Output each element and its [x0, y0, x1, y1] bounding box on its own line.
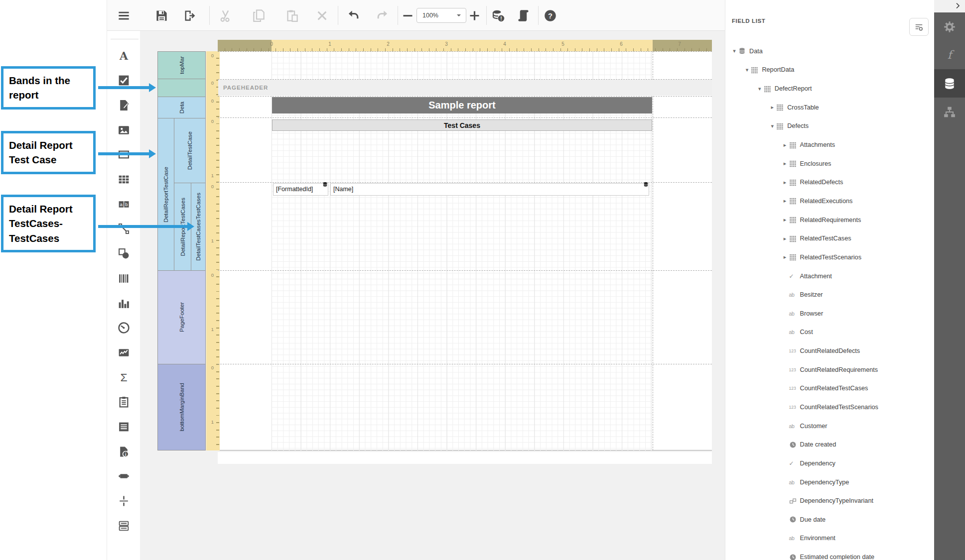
- chevron-right-icon[interactable]: ▸: [781, 142, 789, 148]
- field-list-item-date-created[interactable]: Date created: [725, 435, 935, 454]
- field-list-item-countrelateddefects[interactable]: 123CountRelatedDefects: [725, 341, 935, 360]
- test-cases-header-label[interactable]: Test Cases: [272, 119, 652, 131]
- band-cell-detail[interactable]: Deta: [157, 97, 206, 118]
- toolbox-item-table-of-contents[interactable]: [114, 417, 134, 437]
- toolbox-item-page-break[interactable]: [114, 392, 134, 412]
- field-list-item-attachments[interactable]: ▸Attachments: [725, 135, 935, 154]
- band-cell-page-header[interactable]: [157, 79, 206, 97]
- chevron-down-icon[interactable]: ▾: [768, 123, 776, 129]
- field-list-item-relatedtestscenarios[interactable]: ▸RelatedTestScenarios: [725, 248, 935, 267]
- chevron-down-icon[interactable]: ▾: [730, 48, 738, 54]
- vertical-ruler-number: 1: [207, 419, 214, 425]
- scripts-button[interactable]: [515, 7, 532, 24]
- chevron-right-icon[interactable]: ▸: [768, 104, 776, 111]
- sidebar-tab-report-explorer[interactable]: [934, 98, 965, 126]
- copy-button[interactable]: [250, 7, 267, 24]
- field-list-item-attachment[interactable]: ✓Attachment: [725, 267, 935, 286]
- toolbox-item-shape[interactable]: [114, 244, 134, 264]
- field-cell-formattedid[interactable]: [FormattedId]: [273, 183, 328, 196]
- toolbox-item-chart[interactable]: [114, 293, 134, 313]
- toolbox-item-cross-band-box[interactable]: [114, 466, 134, 486]
- svg-text:f: f: [948, 49, 955, 61]
- band-cell-detail-test-case[interactable]: DetailTestCase: [174, 118, 206, 183]
- validate-bindings-button[interactable]: !: [490, 7, 507, 24]
- zoom-out-button[interactable]: [399, 7, 416, 24]
- delete-button[interactable]: [313, 7, 330, 24]
- chevron-down-icon[interactable]: ▾: [743, 67, 751, 73]
- chevron-down-icon[interactable]: ▾: [756, 86, 764, 92]
- horizontal-ruler-number: 4: [501, 41, 509, 47]
- field-cell-name[interactable]: [Name]: [330, 183, 649, 196]
- field-list-item-enclosures[interactable]: ▸Enclosures: [725, 154, 935, 173]
- sidebar-tab-settings[interactable]: [934, 12, 965, 41]
- band-cell-bottom-margin[interactable]: bottomMarginBand: [157, 364, 206, 450]
- field-list-item-dependencytypeinvariant[interactable]: DependencyTypeInvariant: [725, 491, 935, 510]
- zoom-in-button[interactable]: [466, 7, 483, 24]
- cut-button[interactable]: [217, 7, 234, 24]
- undo-button[interactable]: [344, 7, 361, 24]
- field-list-item-countrelatedtestcases[interactable]: 123CountRelatedTestCases: [725, 379, 935, 398]
- export-button[interactable]: [181, 7, 198, 24]
- toolbox-item-rich-text[interactable]: [114, 95, 134, 115]
- menu-button[interactable]: [115, 7, 132, 24]
- toolbox-item-character-comb[interactable]: ab: [114, 194, 134, 214]
- field-list-item-relatedexecutions[interactable]: ▸RelatedExecutions: [725, 192, 935, 211]
- field-list-item-dependency[interactable]: ✓Dependency: [725, 454, 935, 473]
- toolbox-item-cross-band-line[interactable]: [114, 491, 134, 511]
- band-cell-top-margin[interactable]: topMar: [157, 51, 206, 79]
- toolbox-item-table[interactable]: [114, 170, 134, 190]
- field-list-item-customer[interactable]: abCustomer: [725, 417, 935, 436]
- zoom-select[interactable]: 100%: [416, 8, 466, 23]
- report-designer-app: Bands in the report Detail Report Test C…: [0, 0, 965, 560]
- chevron-right-icon[interactable]: ▸: [781, 179, 789, 186]
- field-list-item-browser[interactable]: abBrowser: [725, 304, 935, 323]
- chevron-right-icon[interactable]: ▸: [781, 254, 789, 260]
- chevron-right-icon[interactable]: ▸: [781, 160, 789, 167]
- number-field-icon: 123: [789, 367, 800, 372]
- field-list-item-environment[interactable]: abEnvironment: [725, 529, 935, 548]
- toolbox-item-picture-box[interactable]: [114, 120, 134, 140]
- paste-button[interactable]: [283, 7, 300, 24]
- toolbox-item-summary[interactable]: Σ: [114, 367, 134, 387]
- toolbox-item-label[interactable]: A: [114, 46, 134, 66]
- toolbox-item-line[interactable]: [114, 219, 134, 239]
- rich-text-icon: [118, 99, 130, 112]
- toolbar-separator: [486, 6, 487, 25]
- toolbox-item-barcode[interactable]: [114, 268, 134, 288]
- field-list-item-relateddefects[interactable]: ▸RelatedDefects: [725, 173, 935, 192]
- field-list-item-besitzer[interactable]: abBesitzer: [725, 285, 935, 304]
- band-cell-page-footer[interactable]: PageFooter: [157, 270, 206, 364]
- zoom-value: 100%: [422, 12, 456, 19]
- field-list-item-estimated-completion-date[interactable]: Estimated completion date: [725, 548, 935, 560]
- chevron-right-icon[interactable]: ▸: [781, 217, 789, 223]
- field-list-options-button[interactable]: [909, 18, 929, 36]
- chevron-right-icon[interactable]: ▸: [781, 198, 789, 204]
- field-list-item-crosstable[interactable]: ▸CrossTable: [725, 98, 935, 117]
- field-list-item-dependencytype[interactable]: abDependencyType: [725, 473, 935, 492]
- toolbox-item-sparkline[interactable]: [114, 342, 134, 362]
- band-cell-detail-report-test-case[interactable]: DetailReportTestCase: [157, 118, 174, 271]
- field-list-item-defects[interactable]: ▾Defects: [725, 117, 935, 136]
- toolbox-item-subreport[interactable]: [114, 516, 134, 536]
- redo-button[interactable]: [374, 7, 391, 24]
- grid-icon: [789, 253, 797, 261]
- toolbox-item-gauge[interactable]: [114, 318, 134, 338]
- sidebar-tab-field-list[interactable]: [934, 69, 965, 98]
- field-list-item-relatedrequirements[interactable]: ▸RelatedRequirements: [725, 211, 935, 229]
- field-list-item-cost[interactable]: abCost: [725, 323, 935, 342]
- help-button[interactable]: ?: [542, 7, 558, 24]
- save-button[interactable]: [153, 7, 170, 24]
- field-list-item-due-date[interactable]: Due date: [725, 510, 935, 529]
- report-title-label[interactable]: Sample report: [272, 97, 652, 113]
- field-list-item-data[interactable]: ▾Data: [725, 42, 935, 61]
- field-list-item-defectreport[interactable]: ▾DefectReport: [725, 79, 935, 98]
- toolbox-item-page-info[interactable]: i: [114, 442, 134, 461]
- page-header-band-caption[interactable]: PAGEHEADER: [218, 80, 712, 96]
- sidebar-tab-expressions[interactable]: f: [934, 41, 965, 69]
- chevron-right-icon[interactable]: ▸: [781, 235, 789, 242]
- field-list-item-reportdata[interactable]: ▾ReportData: [725, 61, 935, 80]
- field-list-item-countrelatedtestscenarios[interactable]: 123CountRelatedTestScenarios: [725, 398, 935, 417]
- gauge-icon: [118, 322, 130, 334]
- field-list-item-relatedtestcases[interactable]: ▸RelatedTestCases: [725, 229, 935, 248]
- field-list-item-countrelatedrequirements[interactable]: 123CountRelatedRequirements: [725, 360, 935, 379]
